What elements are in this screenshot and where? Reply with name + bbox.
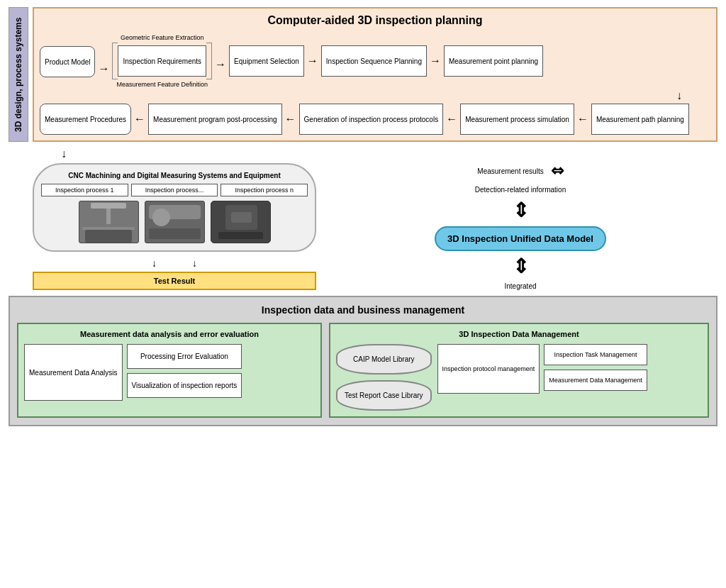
insp-protocol-box: Inspection protocol management <box>437 344 540 394</box>
geo-meas-group: Geometric Feature Extraction Inspection … <box>112 34 212 88</box>
unified-model-box: 3D Inspection Unified Data Model <box>435 226 606 251</box>
arrow-2: → <box>215 58 226 71</box>
vert-double-arrow-bottom: ⇕ <box>513 257 529 277</box>
computer-aided-box: Computer-aided 3D inspection planning Pr… <box>33 7 717 142</box>
meas-proc-box: Measurement Procedures <box>40 104 131 135</box>
test-report-lib-box: Test Report Case Library <box>336 380 432 411</box>
bracket-right <box>206 43 212 79</box>
meas-path-box: Measurement path planning <box>591 104 689 135</box>
cnc-cloud: CNC Machining and Digital Measuring Syst… <box>33 163 316 252</box>
flow-row-2: Measurement Procedures ← Measurement pro… <box>40 104 710 135</box>
top-section: 3D design, process systems Computer-aide… <box>9 7 717 142</box>
bracket-left <box>112 43 118 79</box>
vert-double-arrow-top: ⇕ <box>513 201 529 221</box>
pev-col: Processing Error Evaluation Visualizatio… <box>127 344 242 398</box>
arrow-8: ← <box>577 113 588 126</box>
libraries-col: CAIP Model Library Test Report Case Libr… <box>336 344 432 411</box>
cnc-title: CNC Machining and Digital Measuring Syst… <box>41 172 308 179</box>
machine-images <box>41 201 308 243</box>
data-mgmt-title: 3D Inspection Data Management <box>336 330 702 338</box>
arrow-4: → <box>430 55 441 67</box>
cnc-area: ↓ CNC Machining and Digital Measuring Sy… <box>33 148 316 290</box>
machine-lathe <box>145 201 205 243</box>
caip-lib-box: CAIP Model Library <box>336 344 432 375</box>
equip-sel-box: Equipment Selection <box>229 45 304 77</box>
insp-task-box: Inspection Task Management <box>544 344 647 365</box>
insp-seq-box: Inspection Sequence Planning <box>321 45 427 77</box>
insp-req-box: Inspection Requirements <box>118 45 206 77</box>
insp-proc-1-box: Inspection process 1 <box>41 184 128 196</box>
arrow-6: ← <box>285 113 296 126</box>
meas-proc-wrap: Measurement Procedures <box>40 104 131 135</box>
insp-proc-n-box: Inspection process n <box>220 184 308 196</box>
meas-proc-sim-box: Measurement process simulation <box>460 104 574 135</box>
data-mgmt-content: CAIP Model Library Test Report Case Libr… <box>336 344 702 411</box>
middle-section: ↓ CNC Machining and Digital Measuring Sy… <box>33 148 717 290</box>
detection-info-label: Detection-related information <box>475 186 566 194</box>
cloud-down-arrows: ↓ ↓ <box>33 257 316 269</box>
main-container: 3D design, process systems Computer-aide… <box>9 7 717 426</box>
horiz-double-arrow: ⇔ <box>551 162 564 180</box>
meas-results-label: Measurement results <box>477 167 543 175</box>
arrow-3: → <box>307 55 318 67</box>
meas-results-row: Measurement results ⇔ <box>477 162 563 180</box>
arrow-7: ← <box>446 113 457 126</box>
machine-cmm <box>79 201 139 243</box>
viz-box: Visualization of inspection reports <box>127 373 242 398</box>
mda-box: Measurement Data Analysis <box>24 344 123 401</box>
arrow-1: → <box>98 62 109 75</box>
vertical-label: 3D design, process systems <box>9 7 28 142</box>
bottom-right-panel: 3D Inspection Data Management CAIP Model… <box>329 323 709 418</box>
test-result-box: Test Result <box>33 272 316 290</box>
top-title: Computer-aided 3D inspection planning <box>40 14 710 27</box>
integrated-label: Integrated <box>504 282 536 290</box>
pee-box: Processing Error Evaluation <box>127 344 242 369</box>
mda-content: Measurement Data Analysis Processing Err… <box>24 344 315 401</box>
meas-point-box: Measurement point planning <box>444 45 543 77</box>
down-arrow-meas-proc: ↓ <box>61 148 316 160</box>
gen-insp-proto-box: Generation of inspection process protoco… <box>299 104 444 135</box>
mgmt-boxes: Inspection protocol management Inspectio… <box>437 344 647 394</box>
geo-feature-label: Geometric Feature Extraction <box>121 34 204 41</box>
bottom-content: Measurement data analysis and error eval… <box>17 323 709 418</box>
meas-feature-label: Measurement Feature Definition <box>117 81 208 88</box>
down-arrow-1: ↓ <box>40 89 710 102</box>
bottom-left-panel: Measurement data analysis and error eval… <box>17 323 322 418</box>
flow-row-1: Product Model → Geometric Feature Extrac… <box>40 34 710 88</box>
task-data-col: Inspection Task Management Measurement D… <box>544 344 647 391</box>
arrow-5: ← <box>134 113 145 126</box>
mda-section-title: Measurement data analysis and error eval… <box>24 330 315 338</box>
machine-scanner <box>211 201 271 243</box>
meas-prog-post-box: Measurement program post-processing <box>148 104 282 135</box>
right-panel: Measurement results ⇔ Detection-related … <box>323 148 717 290</box>
bottom-section: Inspection data and business management … <box>9 296 717 426</box>
insp-proc-2-box: Inspection process... <box>131 184 218 196</box>
bottom-title: Inspection data and business management <box>17 304 709 316</box>
cloud-processes: Inspection process 1 Inspection process.… <box>41 184 308 196</box>
product-model-box: Product Model <box>40 46 95 77</box>
meas-data-mgmt-box: Measurement Data Management <box>544 370 647 391</box>
